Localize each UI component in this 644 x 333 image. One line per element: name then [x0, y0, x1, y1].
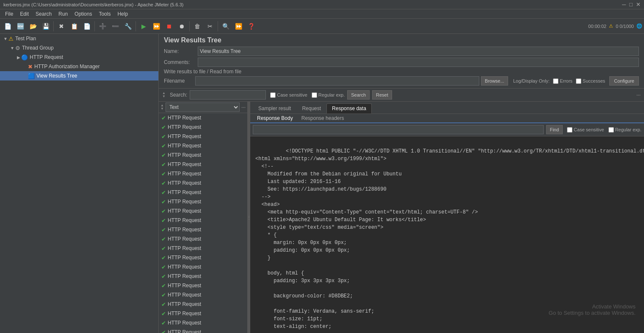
search-input[interactable]: [190, 90, 266, 100]
errors-checkbox[interactable]: [553, 78, 558, 84]
title-bar-controls[interactable]: ─ □ ✕: [622, 1, 641, 8]
result-item[interactable]: ✔HTTP Request: [159, 197, 247, 206]
expand-button[interactable]: ➕: [97, 20, 108, 32]
result-item[interactable]: ✔HTTP Request: [159, 281, 247, 290]
result-item[interactable]: ✔HTTP Request: [159, 141, 247, 150]
tree-item-test-plan[interactable]: ▼ ⚠ Test Plan: [0, 34, 158, 43]
start-button[interactable]: ▶: [138, 20, 149, 32]
menu-item-file[interactable]: File: [2, 10, 17, 18]
result-item[interactable]: ✔HTTP Request: [159, 300, 247, 309]
save-button[interactable]: 💾: [40, 20, 52, 32]
new-button[interactable]: 📄: [2, 20, 14, 32]
name-input[interactable]: [198, 47, 639, 56]
check-icon: ✔: [161, 264, 166, 270]
successes-checkbox[interactable]: [576, 78, 581, 84]
result-item[interactable]: ✔HTTP Request: [159, 234, 247, 244]
result-item[interactable]: ✔HTTP Request: [159, 290, 247, 300]
regular-exp-label[interactable]: Regular exp.: [312, 92, 345, 98]
help-button[interactable]: ❓: [245, 20, 257, 32]
tree-item-thread-group[interactable]: ▼ ⚙ Thread Group: [0, 43, 158, 53]
shutdown-button[interactable]: ⏺: [176, 20, 188, 32]
errors-checkbox-label[interactable]: Errors: [553, 78, 572, 84]
minimize-button[interactable]: ─: [622, 1, 626, 8]
result-item[interactable]: ✔HTTP Request: [159, 113, 247, 122]
results-down-arrow[interactable]: ▼: [160, 107, 164, 111]
search-button[interactable]: Search: [347, 90, 370, 100]
result-item[interactable]: ✔HTTP Request: [159, 318, 247, 327]
clear-all-button[interactable]: ✂: [204, 20, 216, 32]
down-arrow[interactable]: ▼: [162, 95, 166, 98]
settings-button[interactable]: 🔧: [122, 20, 134, 32]
response-body[interactable]: <!DOCTYPE html PUBLIC "-//W3C//DTD XHTML…: [250, 136, 644, 333]
sub-tab-response-headers[interactable]: Response headers: [297, 114, 348, 122]
tab-sampler-result[interactable]: Sampler result: [253, 103, 296, 114]
result-item[interactable]: ✔HTTP Request: [159, 225, 247, 234]
log-display-label: Log/Display Only:: [513, 78, 550, 83]
open-templates-button[interactable]: 🆕: [14, 20, 26, 32]
result-item[interactable]: ✔HTTP Request: [159, 169, 247, 178]
restore-button[interactable]: □: [629, 1, 633, 8]
tab-request[interactable]: Request: [296, 103, 326, 114]
find-case-sensitive-label[interactable]: Case sensitive: [567, 127, 604, 133]
remote-start-button[interactable]: ⏩: [232, 20, 244, 32]
result-item[interactable]: ✔HTTP Request: [159, 206, 247, 216]
result-item[interactable]: ✔HTTP Request: [159, 327, 247, 333]
find-regular-exp-text: Regular exp.: [615, 127, 641, 132]
comments-input[interactable]: [198, 58, 639, 67]
result-dots[interactable]: ···: [241, 104, 246, 110]
check-icon: ✔: [161, 171, 166, 177]
configure-button[interactable]: Configure: [609, 76, 639, 86]
tree-item-http-auth-manager[interactable]: ▶ ✖ HTTP Authorization Manager: [0, 62, 158, 71]
result-item-label: HTTP Request: [168, 320, 201, 326]
find-regular-exp-label[interactable]: Regular exp.: [608, 127, 641, 133]
cut-button[interactable]: ✖: [55, 20, 67, 32]
stop-button[interactable]: ⏹: [163, 20, 175, 32]
regular-exp-checkbox[interactable]: [312, 92, 317, 98]
result-item[interactable]: ✔HTTP Request: [159, 262, 247, 272]
open-button[interactable]: 📂: [27, 20, 39, 32]
find-case-sensitive-checkbox[interactable]: [567, 127, 572, 133]
result-item[interactable]: ✔HTTP Request: [159, 132, 247, 141]
menu-item-help[interactable]: Help: [114, 10, 131, 18]
result-item[interactable]: ✔HTTP Request: [159, 272, 247, 281]
result-item[interactable]: ✔HTTP Request: [159, 188, 247, 197]
result-item[interactable]: ✔HTTP Request: [159, 160, 247, 169]
menu-item-edit[interactable]: Edit: [17, 10, 32, 18]
result-item[interactable]: ✔HTTP Request: [159, 122, 247, 132]
result-item[interactable]: ✔HTTP Request: [159, 178, 247, 188]
result-item[interactable]: ✔HTTP Request: [159, 253, 247, 262]
menu-item-run[interactable]: Run: [55, 10, 71, 18]
close-button[interactable]: ✕: [636, 1, 641, 8]
search-toolbar-button[interactable]: 🔍: [220, 20, 232, 32]
result-item[interactable]: ✔HTTP Request: [159, 309, 247, 318]
result-item[interactable]: ✔HTTP Request: [159, 216, 247, 225]
text-dropdown[interactable]: Text: [166, 103, 240, 112]
clear-button[interactable]: 🗑: [191, 20, 203, 32]
tree-item-http-request[interactable]: ▶ 🔵 HTTP Request: [0, 53, 158, 62]
result-item[interactable]: ✔HTTP Request: [159, 244, 247, 253]
find-button[interactable]: Find: [546, 125, 563, 134]
menu-item-options[interactable]: Options: [71, 10, 95, 18]
collapse-button[interactable]: ➖: [109, 20, 121, 32]
dots-menu[interactable]: ···: [636, 92, 641, 98]
result-item[interactable]: ✔HTTP Request: [159, 150, 247, 160]
menu-item-search[interactable]: Search: [32, 10, 55, 18]
copy-button[interactable]: 📋: [68, 20, 80, 32]
reset-button[interactable]: Reset: [372, 90, 392, 100]
successes-checkbox-label[interactable]: Successes: [576, 78, 605, 84]
find-input[interactable]: [253, 125, 544, 134]
paste-button[interactable]: 📄: [81, 20, 93, 32]
result-item-label: HTTP Request: [168, 255, 201, 261]
tree-item-view-results-tree[interactable]: ▶ 🟦 View Results Tree: [0, 71, 158, 80]
right-panel: View Results Tree Name: Comments: Write …: [159, 34, 644, 333]
case-sensitive-checkbox[interactable]: [270, 92, 276, 98]
find-regular-exp-checkbox[interactable]: [608, 127, 614, 133]
browse-button[interactable]: Browse...: [481, 76, 508, 86]
case-sensitive-label[interactable]: Case sensitive: [270, 92, 307, 98]
tab-response-data[interactable]: Response data: [326, 103, 372, 114]
filename-input[interactable]: [195, 76, 479, 86]
start-no-pauses-button[interactable]: ⏩: [150, 20, 162, 32]
sub-tab-response-body[interactable]: Response Body: [253, 114, 297, 123]
menu-item-tools[interactable]: Tools: [95, 10, 114, 18]
tree-label-http-request: HTTP Request: [30, 54, 63, 60]
